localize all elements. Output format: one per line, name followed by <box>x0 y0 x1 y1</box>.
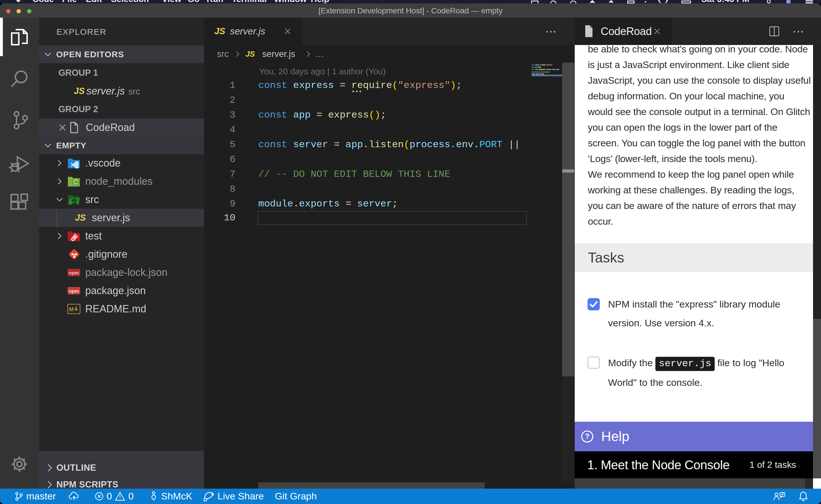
svg-text:JS: JS <box>73 180 78 184</box>
svg-text:M: M <box>69 306 74 312</box>
svg-text:?: ? <box>585 432 589 440</box>
svg-text:</>: </> <box>71 200 78 205</box>
svg-text:npm: npm <box>69 288 79 294</box>
svg-text:npm: npm <box>69 270 79 276</box>
